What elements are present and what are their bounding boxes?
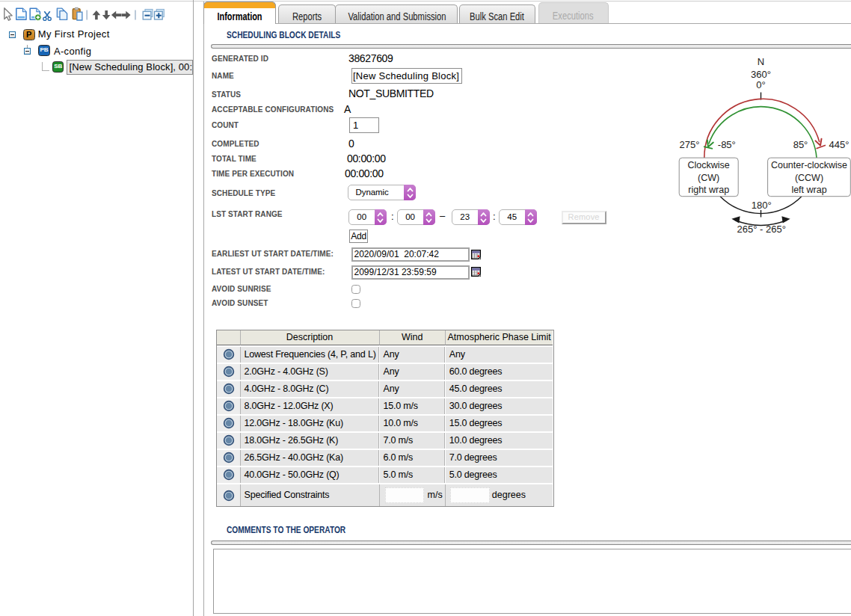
svg-text:85°: 85° xyxy=(793,139,808,150)
svg-text:Counter-clockwise: Counter-clockwise xyxy=(771,160,847,170)
svg-text:0°: 0° xyxy=(756,79,765,90)
svg-text:180°: 180° xyxy=(752,200,772,211)
svg-text:360°: 360° xyxy=(751,69,771,80)
svg-text:-85°: -85° xyxy=(718,139,736,150)
svg-text:left wrap: left wrap xyxy=(791,185,826,195)
svg-text:(CW): (CW) xyxy=(698,173,719,183)
svg-text:(CCW): (CCW) xyxy=(795,173,823,183)
svg-text:275°: 275° xyxy=(680,139,700,150)
svg-text:N: N xyxy=(758,56,764,67)
svg-text:Clockwise: Clockwise xyxy=(688,160,730,170)
svg-text:445°: 445° xyxy=(829,139,850,150)
svg-text:right wrap: right wrap xyxy=(688,185,729,195)
